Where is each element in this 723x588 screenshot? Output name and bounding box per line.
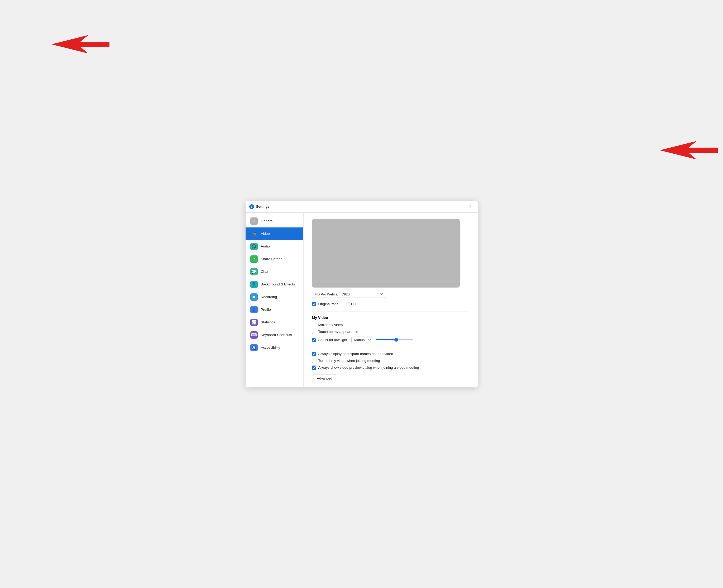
sidebar-item-background-effects[interactable]: 👤Background & Effects: [245, 278, 303, 291]
profile-icon: 👤: [250, 306, 258, 313]
turn-off-video-label[interactable]: Turn off my video when joining meeting: [312, 359, 380, 363]
title-bar-left: Z Settings: [249, 204, 269, 209]
sidebar-item-label-general: General: [261, 219, 274, 223]
turn-off-video-checkbox[interactable]: [312, 359, 316, 363]
show-preview-label[interactable]: Always show video preview dialog when jo…: [312, 365, 419, 370]
video-preview: [312, 219, 460, 288]
sidebar-item-profile[interactable]: 👤Profile: [245, 303, 303, 316]
settings-window: Z Settings × ⚙General📹Video🎧Audio🖥Share …: [245, 201, 478, 387]
lowlight-text: Adjust for low light: [318, 338, 347, 342]
camera-select-row: HD Pro Webcam C920: [312, 291, 469, 298]
sidebar-item-statistics[interactable]: 📊Statistics: [245, 316, 303, 329]
video-icon: 📹: [250, 230, 258, 237]
lowlight-row: Adjust for low light Manual Auto: [312, 337, 469, 343]
slider-track: [376, 339, 413, 340]
main-content: ⚙General📹Video🎧Audio🖥Share Screen💬Chat👤B…: [245, 213, 478, 387]
show-preview-row: Always show video preview dialog when jo…: [312, 365, 469, 370]
hd-text: HD: [351, 302, 356, 306]
show-preview-text: Always show video preview dialog when jo…: [318, 365, 419, 370]
lowlight-slider-container: [376, 339, 469, 340]
mirror-checkbox[interactable]: [312, 323, 316, 327]
divider-1: [312, 312, 469, 312]
svg-text:Z: Z: [250, 205, 252, 208]
sidebar-item-share-screen[interactable]: 🖥Share Screen: [245, 253, 303, 266]
content-area: HD Pro Webcam C920 Original ratio HD My …: [304, 213, 478, 387]
sidebar-item-label-accessibility: Accessibility: [261, 345, 280, 350]
share-screen-icon: 🖥: [250, 255, 258, 263]
touchup-label[interactable]: Touch up my appearance: [312, 330, 359, 334]
slider-fill: [376, 339, 396, 340]
hd-checkbox[interactable]: [345, 302, 349, 306]
participant-settings: Always display participant names on thei…: [312, 352, 469, 370]
sidebar-item-label-background-effects: Background & Effects: [261, 282, 295, 286]
slider-thumb[interactable]: [394, 338, 398, 341]
sidebar-item-general[interactable]: ⚙General: [245, 215, 303, 228]
turn-off-video-row: Turn off my video when joining meeting: [312, 359, 469, 363]
general-icon: ⚙: [250, 217, 258, 225]
mirror-text: Mirror my video: [318, 323, 343, 327]
title-bar: Z Settings ×: [245, 201, 478, 213]
statistics-icon: 📊: [250, 319, 258, 326]
sidebar-item-label-share-screen: Share Screen: [261, 257, 283, 261]
sidebar-item-label-recording: Recording: [261, 295, 277, 299]
hd-label[interactable]: HD: [345, 302, 356, 306]
divider-2: [312, 348, 469, 348]
sidebar: ⚙General📹Video🎧Audio🖥Share Screen💬Chat👤B…: [245, 213, 304, 387]
background-effects-icon: 👤: [250, 281, 258, 288]
ratio-row: Original ratio HD: [312, 302, 469, 306]
window-title: Settings: [256, 205, 269, 208]
mirror-row: Mirror my video: [312, 323, 469, 327]
sidebar-item-label-video: Video: [261, 232, 270, 236]
keyboard-shortcuts-icon: ⌨: [250, 331, 258, 339]
sidebar-item-label-keyboard-shortcuts: Keyboard Shortcuts: [261, 333, 292, 337]
touchup-text: Touch up my appearance: [318, 330, 359, 334]
lowlight-dropdown[interactable]: Manual Auto: [352, 337, 373, 343]
sidebar-item-label-profile: Profile: [261, 308, 271, 312]
show-names-text: Always display participant names on thei…: [318, 352, 393, 356]
app-icon: Z: [249, 204, 254, 209]
sidebar-item-label-audio: Audio: [261, 244, 270, 248]
chat-icon: 💬: [250, 268, 258, 275]
sidebar-item-label-chat: Chat: [261, 270, 268, 274]
lowlight-label[interactable]: Adjust for low light: [312, 338, 347, 342]
lowlight-checkbox[interactable]: [312, 338, 316, 342]
accessibility-icon: ♿: [250, 344, 258, 351]
show-names-row: Always display participant names on thei…: [312, 352, 469, 356]
original-ratio-label[interactable]: Original ratio: [312, 302, 339, 306]
show-preview-checkbox[interactable]: [312, 365, 316, 370]
audio-icon: 🎧: [250, 243, 258, 250]
sidebar-item-keyboard-shortcuts[interactable]: ⌨Keyboard Shortcuts: [245, 329, 303, 341]
my-video-section: My Video Mirror my video Touch up my app…: [312, 315, 469, 343]
show-names-label[interactable]: Always display participant names on thei…: [312, 352, 393, 356]
camera-dropdown[interactable]: HD Pro Webcam C920: [312, 291, 386, 298]
touchup-checkbox[interactable]: [312, 330, 316, 334]
sidebar-item-chat[interactable]: 💬Chat: [245, 266, 303, 278]
mirror-label[interactable]: Mirror my video: [312, 323, 343, 327]
recording-icon: ⏺: [250, 293, 258, 301]
my-video-title: My Video: [312, 315, 469, 320]
close-button[interactable]: ×: [467, 203, 474, 210]
sidebar-item-label-statistics: Statistics: [261, 320, 275, 324]
original-ratio-text: Original ratio: [318, 302, 339, 306]
sidebar-item-audio[interactable]: 🎧Audio: [245, 240, 303, 253]
original-ratio-checkbox[interactable]: [312, 302, 316, 306]
show-names-checkbox[interactable]: [312, 352, 316, 356]
sidebar-item-video[interactable]: 📹Video: [245, 228, 303, 240]
touchup-row: Touch up my appearance: [312, 330, 469, 334]
advanced-button[interactable]: Advanced: [312, 375, 337, 382]
sidebar-item-recording[interactable]: ⏺Recording: [245, 291, 303, 303]
turn-off-video-text: Turn off my video when joining meeting: [318, 359, 380, 363]
sidebar-item-accessibility[interactable]: ♿Accessibility: [245, 341, 303, 354]
